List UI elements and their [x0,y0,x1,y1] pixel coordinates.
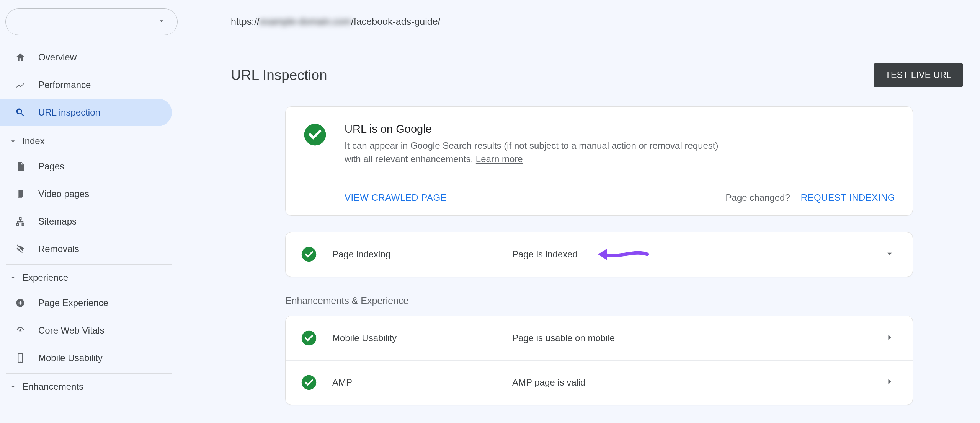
sidebar-item-removals[interactable]: Removals [0,235,172,263]
url-path: /facebook-ads-guide/ [351,16,440,27]
chevron-right-icon [884,376,895,389]
request-indexing-button[interactable]: REQUEST INDEXING [801,192,895,203]
property-selector[interactable] [5,8,178,35]
sidebar-item-label: Mobile Usability [38,353,103,363]
learn-more-link[interactable]: Learn more [476,154,523,164]
status-title: URL is on Google [345,123,735,135]
speed-icon [15,325,26,336]
dropdown-icon [157,17,166,27]
check-circle-icon [301,246,317,262]
status-description: It can appear in Google Search results (… [345,139,735,166]
divider [6,373,172,374]
documents-icon [15,189,26,199]
sidebar-item-overview[interactable]: Overview [0,44,172,71]
sidebar-item-label: Performance [38,80,91,90]
check-circle-icon [301,330,317,346]
sidebar: Overview Performance URL inspection Inde… [0,0,178,423]
phone-icon [15,353,26,363]
row-amp[interactable]: AMP AMP page is valid [286,360,913,405]
search-icon [15,107,26,118]
enhancements-section-title: Enhancements & Experience [285,295,913,306]
page-indexing-card[interactable]: Page indexing Page is indexed [285,232,913,277]
row-value: AMP page is valid [512,377,586,388]
sidebar-item-pages[interactable]: Pages [0,153,172,180]
circle-plus-icon [15,298,26,308]
test-live-url-button[interactable]: TEST LIVE URL [874,63,963,87]
sidebar-item-label: Video pages [38,189,89,199]
section-title: Index [22,136,45,146]
svg-point-2 [20,361,21,361]
sidebar-item-label: Overview [38,52,77,63]
home-icon [15,52,26,63]
divider [6,128,172,128]
section-header-index[interactable]: Index [0,130,178,153]
sidebar-item-label: URL inspection [38,107,100,118]
section-header-enhancements[interactable]: Enhancements [0,375,178,398]
row-value: Page is usable on mobile [512,333,615,343]
trending-up-icon [15,80,26,90]
check-circle-icon [303,123,327,146]
annotation-arrow [596,246,649,263]
view-crawled-page-button[interactable]: VIEW CRAWLED PAGE [345,192,447,203]
chevron-down-icon [884,248,895,260]
status-card: URL is on Google It can appear in Google… [285,106,913,216]
main: https://example-domain.com/facebook-ads-… [178,0,980,423]
row-label: Mobile Usability [332,333,512,343]
sidebar-item-label: Sitemaps [38,216,77,227]
sidebar-item-sitemaps[interactable]: Sitemaps [0,208,172,235]
row-value: Page is indexed [512,249,578,260]
divider [6,264,172,265]
page-changed-label: Page changed? [726,192,790,203]
url-domain-blurred: example-domain.com [260,16,351,27]
chevron-right-icon [884,332,895,344]
sitemap-icon [15,216,26,227]
sidebar-item-label: Removals [38,244,79,254]
page-title: URL Inspection [231,67,327,83]
caret-down-icon [9,383,17,390]
document-icon [15,161,26,172]
sidebar-item-page-experience[interactable]: Page Experience [0,289,172,317]
url-prefix: https:// [231,16,260,27]
sidebar-item-core-web-vitals[interactable]: Core Web Vitals [0,317,172,344]
row-mobile-usability[interactable]: Mobile Usability Page is usable on mobil… [286,316,913,360]
caret-down-icon [9,137,17,145]
enhancements-card: Mobile Usability Page is usable on mobil… [285,316,913,405]
sidebar-item-mobile-usability[interactable]: Mobile Usability [0,344,172,372]
caret-down-icon [9,274,17,281]
check-circle-icon [301,374,317,390]
inspected-url: https://example-domain.com/facebook-ads-… [231,0,980,42]
sidebar-item-label: Pages [38,161,64,172]
sidebar-item-label: Core Web Vitals [38,325,105,336]
row-label: Page indexing [332,249,512,260]
sidebar-item-url-inspection[interactable]: URL inspection [0,99,172,126]
row-label: AMP [332,377,512,388]
sidebar-item-label: Page Experience [38,298,108,308]
section-title: Experience [22,272,68,283]
sidebar-item-performance[interactable]: Performance [0,71,172,99]
section-title: Enhancements [22,381,83,392]
sidebar-item-video-pages[interactable]: Video pages [0,180,172,208]
visibility-off-icon [15,244,26,254]
section-header-experience[interactable]: Experience [0,266,178,289]
